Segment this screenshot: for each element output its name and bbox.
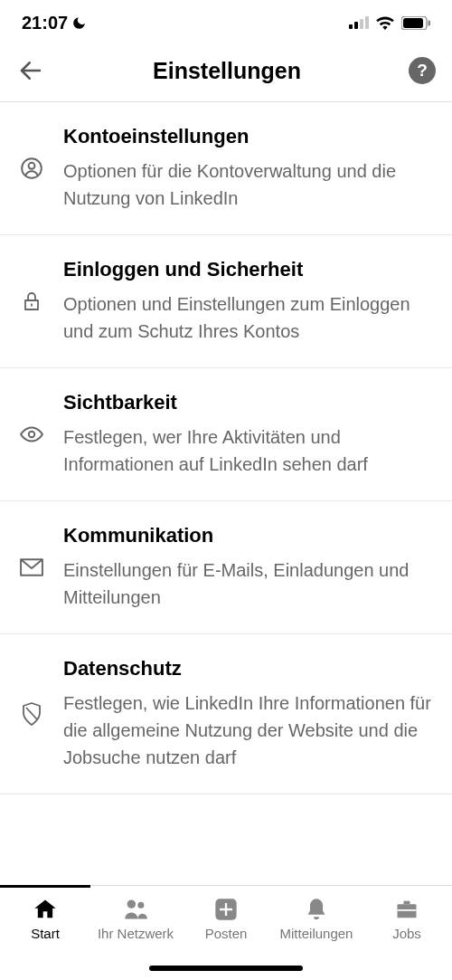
settings-item-desc: Festlegen, wer Ihre Aktivitäten und Info… — [63, 423, 432, 478]
moon-icon — [71, 15, 87, 31]
settings-item-desc: Optionen und Einstellungen zum Einloggen… — [63, 290, 432, 345]
nav-notifications[interactable]: Mitteilungen — [271, 890, 362, 941]
settings-item-title: Kommunikation — [63, 524, 432, 547]
settings-item-privacy[interactable]: Datenschutz Festlegen, wie LinkedIn Ihre… — [0, 634, 452, 794]
settings-item-desc: Einstellungen für E-Mails, Einladungen u… — [63, 557, 432, 611]
nav-post[interactable]: Posten — [181, 890, 271, 941]
settings-list: Kontoeinstellungen Optionen für die Kont… — [0, 102, 452, 794]
help-button[interactable]: ? — [409, 57, 436, 84]
settings-item-title: Datenschutz — [63, 657, 432, 680]
svg-point-9 — [29, 163, 35, 169]
settings-item-title: Einloggen und Sicherheit — [63, 258, 432, 281]
question-mark-icon: ? — [417, 61, 428, 81]
nav-label: Ihr Netzwerk — [98, 926, 174, 941]
bell-icon — [304, 897, 329, 922]
eye-icon — [20, 423, 43, 446]
person-circle-icon — [20, 157, 43, 180]
lock-icon — [20, 290, 43, 313]
home-icon — [33, 897, 58, 922]
svg-point-16 — [137, 902, 144, 909]
wifi-icon — [375, 15, 395, 30]
nav-label: Start — [31, 926, 60, 941]
svg-line-14 — [26, 708, 37, 719]
nav-home[interactable]: Start — [0, 890, 90, 941]
nav-jobs[interactable]: Jobs — [362, 890, 452, 941]
shield-icon — [20, 702, 43, 726]
svg-point-15 — [127, 900, 136, 909]
nav-label: Jobs — [392, 926, 421, 941]
people-icon — [123, 897, 148, 922]
svg-rect-5 — [403, 18, 423, 28]
briefcase-icon — [394, 897, 419, 922]
cellular-signal-icon — [349, 16, 369, 29]
svg-rect-21 — [398, 909, 417, 911]
settings-item-account[interactable]: Kontoeinstellungen Optionen für die Kont… — [0, 102, 452, 235]
settings-item-desc: Optionen für die Kontoverwaltung und die… — [63, 157, 432, 212]
settings-item-title: Sichtbarkeit — [63, 391, 432, 414]
home-indicator — [149, 966, 303, 971]
svg-rect-19 — [220, 909, 232, 910]
battery-icon — [401, 16, 430, 30]
nav-active-indicator — [0, 885, 90, 888]
mail-icon — [20, 556, 43, 579]
svg-rect-0 — [349, 24, 353, 29]
settings-item-visibility[interactable]: Sichtbarkeit Festlegen, wer Ihre Aktivit… — [0, 368, 452, 501]
nav-label: Posten — [205, 926, 248, 941]
settings-item-login-security[interactable]: Einloggen und Sicherheit Optionen und Ei… — [0, 235, 452, 368]
svg-rect-1 — [354, 22, 358, 29]
page-title: Einstellungen — [45, 58, 409, 84]
arrow-left-icon — [17, 57, 44, 84]
svg-rect-2 — [360, 19, 363, 29]
settings-item-desc: Festlegen, wie LinkedIn Ihre Information… — [63, 690, 432, 771]
settings-item-communication[interactable]: Kommunikation Einstellungen für E-Mails,… — [0, 501, 452, 634]
status-time: 21:07 — [22, 13, 68, 33]
svg-rect-6 — [428, 20, 431, 25]
status-bar: 21:07 — [0, 0, 452, 43]
svg-rect-3 — [365, 16, 369, 29]
bottom-navigation: Start Ihr Netzwerk Posten Mitteilungen — [0, 885, 452, 980]
nav-label: Mitteilungen — [280, 926, 353, 941]
svg-point-12 — [29, 432, 35, 438]
plus-square-icon — [213, 897, 239, 922]
settings-item-title: Kontoeinstellungen — [63, 125, 432, 148]
page-header: Einstellungen ? — [0, 43, 452, 102]
nav-network[interactable]: Ihr Netzwerk — [90, 890, 181, 941]
back-button[interactable] — [16, 56, 45, 85]
